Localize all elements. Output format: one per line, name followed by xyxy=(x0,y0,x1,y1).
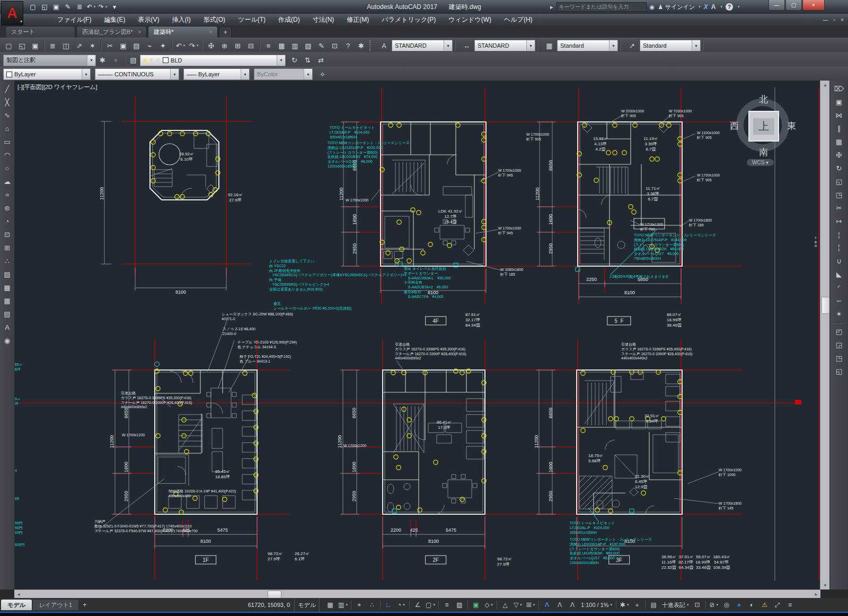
menu-item[interactable]: パラメトリック(P) xyxy=(375,14,442,25)
viewport-controls[interactable]: [-][平面図][2D ワイヤフレーム] xyxy=(17,84,98,91)
mirror-icon[interactable]: ⋈ xyxy=(833,109,845,122)
stretch-icon[interactable]: ◳ xyxy=(833,188,845,201)
layer-isolate-icon[interactable]: ⇅ xyxy=(302,54,314,66)
dropdown-arrow-icon[interactable]: ▾ xyxy=(692,40,700,51)
bring-to-front-icon[interactable]: ◰ xyxy=(833,325,845,338)
point-icon[interactable]: ∴ xyxy=(1,254,14,268)
send-under-icon[interactable]: ◱ xyxy=(833,365,845,378)
dropdown-arrow-icon[interactable]: ▾ xyxy=(444,40,452,51)
new-layout-button[interactable]: + xyxy=(80,601,90,609)
save-button[interactable]: ▣ xyxy=(51,2,61,12)
gradient-icon[interactable]: ▩ xyxy=(1,281,14,294)
annotation-scale-icon[interactable]: Λ xyxy=(566,599,579,611)
lineweight-select[interactable]: —— ByLayer ▾ xyxy=(183,68,250,80)
ellipse-arc-icon[interactable]: ◔ xyxy=(1,215,14,228)
dropdown-arrow-icon[interactable]: ▾ xyxy=(197,43,199,48)
viewcube-south[interactable]: 南 xyxy=(759,146,768,159)
vertical-scrollbar[interactable]: ▲ ▼ xyxy=(820,81,830,589)
doc-close-button[interactable]: × xyxy=(841,17,844,23)
publish-icon[interactable]: ⇗ xyxy=(73,40,85,52)
cut-icon[interactable]: ✂ xyxy=(104,40,116,52)
selection-cycling-icon[interactable]: ▣ xyxy=(470,599,482,611)
multileader-style-icon[interactable]: ↗ xyxy=(626,40,638,52)
layer-select[interactable]: ◉☀⊘ BLD ▾ xyxy=(140,55,286,66)
selection-filter-icon[interactable]: ▽▾ xyxy=(511,599,524,611)
close-tab-icon[interactable]: × xyxy=(209,29,213,35)
break-icon[interactable]: ╎ xyxy=(833,241,845,254)
chamfer-icon[interactable]: ◣ xyxy=(833,268,845,281)
list-properties-icon[interactable]: ✧ xyxy=(316,68,329,81)
grid-display-icon[interactable]: ▦ xyxy=(324,599,337,611)
dropdown-arrow-icon[interactable]: ▾ xyxy=(105,5,108,9)
save-icon[interactable]: ▣ xyxy=(29,40,41,52)
dropdown-arrow-icon[interactable]: ▾ xyxy=(403,603,405,607)
zoom-window-icon[interactable]: ⊞ xyxy=(232,40,244,52)
revision-cloud-icon[interactable]: ☁ xyxy=(1,175,14,188)
vertical-scroll-thumb[interactable] xyxy=(822,297,830,314)
zoom-realtime-icon[interactable]: ⊕ xyxy=(218,40,231,52)
sign-in-button[interactable]: ♟ サインイン ▾ xyxy=(658,3,701,11)
menu-item[interactable]: ヘルプ(H) xyxy=(498,14,539,25)
redo-icon[interactable]: ↷▾ xyxy=(188,40,200,52)
dropdown-arrow-icon[interactable]: ▾ xyxy=(170,69,179,80)
table-style-select[interactable]: Standard▾ xyxy=(557,40,618,51)
undo-button[interactable]: ↶▾ xyxy=(86,2,96,12)
redo-button[interactable]: ↷▾ xyxy=(98,2,108,12)
markup-icon[interactable]: ✎ xyxy=(315,40,328,52)
layer-states-icon[interactable]: ⇄ xyxy=(315,54,327,66)
ui-lock-icon[interactable]: ⊘▾ xyxy=(708,599,720,611)
file-tab[interactable]: 建築時*× xyxy=(148,26,218,38)
erase-icon[interactable]: ⌦ xyxy=(833,82,845,95)
dropdown-arrow-icon[interactable]: ▾ xyxy=(611,603,613,607)
object-snap-tracking-icon[interactable]: ∠ xyxy=(411,599,424,611)
annotation-visibility-icon[interactable]: Λ xyxy=(541,599,553,611)
mtext-icon[interactable]: A xyxy=(1,321,14,334)
help-icon[interactable]: ? xyxy=(726,3,733,11)
match-properties-icon[interactable]: ⌁ xyxy=(144,40,156,52)
move-icon[interactable]: ✠ xyxy=(833,148,845,162)
dynamic-input-icon[interactable]: ⌖ xyxy=(353,599,366,611)
scroll-right-icon[interactable]: ► xyxy=(812,590,820,599)
scroll-left-icon[interactable]: ◄ xyxy=(14,590,23,599)
offset-icon[interactable]: ∥ xyxy=(833,122,845,135)
pan-icon[interactable]: ✠ xyxy=(205,40,217,52)
layer-previous-icon[interactable]: ↻ xyxy=(288,54,301,66)
trim-icon[interactable]: ✂ xyxy=(833,201,845,215)
dropdown-arrow-icon[interactable]: ▾ xyxy=(183,43,186,48)
array-icon[interactable]: ▦ xyxy=(833,135,845,148)
qat-customize-button[interactable]: ▾ xyxy=(109,2,120,12)
blend-curves-icon[interactable]: ∽ xyxy=(833,294,845,307)
wcs-select[interactable]: WCS ▾ xyxy=(747,159,774,166)
menu-item[interactable]: 表示(V) xyxy=(131,14,165,25)
annotation-scale-value[interactable]: 1:100 / 1%▾ xyxy=(579,602,614,608)
dim-style-icon[interactable]: ↔ xyxy=(461,40,473,52)
create-block-icon[interactable]: ⊞ xyxy=(1,241,14,254)
clean-screen-icon[interactable]: ⤢ xyxy=(771,599,784,611)
crosshair-size-icon[interactable]: ＋ xyxy=(631,599,643,611)
workspace-select[interactable]: 製図と注釈 ▾ xyxy=(3,55,96,66)
menu-item[interactable]: ファイル(F) xyxy=(51,14,98,25)
menu-item[interactable]: 修正(M) xyxy=(340,14,375,25)
doc-minimize-button[interactable]: — xyxy=(823,17,828,23)
linetype-select[interactable]: ——— CONTINUOUS ▾ xyxy=(95,68,179,80)
object-snap-icon[interactable]: ▢▾ xyxy=(424,599,437,611)
copy-icon[interactable]: ▣ xyxy=(117,40,129,52)
explode-icon[interactable]: ✶ xyxy=(833,307,845,321)
viewcube[interactable]: 北 西 東 南 上 WCS ▾ xyxy=(733,95,792,155)
table-icon[interactable]: ▤ xyxy=(1,307,14,321)
menu-item[interactable]: ツール(T) xyxy=(232,14,272,25)
workspace-settings-icon[interactable]: ✱ xyxy=(96,54,109,66)
break-at-point-icon[interactable]: ¦ xyxy=(833,228,845,241)
join-icon[interactable]: ∪ xyxy=(833,254,845,268)
menu-item[interactable]: 編集(E) xyxy=(98,14,131,25)
horizontal-scroll-thumb[interactable] xyxy=(268,591,281,599)
layer-properties-icon[interactable]: ▤ xyxy=(127,54,139,66)
spline-icon[interactable]: ≈ xyxy=(1,188,14,201)
model-space-indicator[interactable]: モデル xyxy=(294,598,320,612)
zoom-previous-icon[interactable]: ⊟ xyxy=(245,40,257,52)
menu-item[interactable]: 形式(O) xyxy=(197,14,232,25)
quick-calc-icon[interactable]: ⊡ xyxy=(329,40,341,52)
properties-icon[interactable]: ≡ xyxy=(262,40,275,52)
lineweight-icon[interactable]: ≡ xyxy=(440,599,453,611)
dropdown-arrow-icon[interactable]: ▾ xyxy=(241,69,249,80)
